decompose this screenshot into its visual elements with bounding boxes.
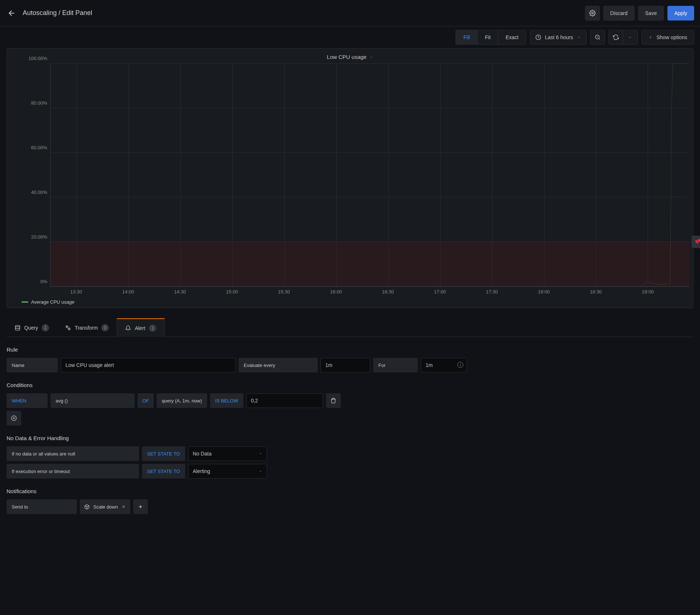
plus-circle-icon bbox=[11, 415, 17, 421]
refresh-interval-button[interactable] bbox=[623, 30, 638, 45]
zoom-out-button[interactable] bbox=[590, 30, 605, 45]
grid-line bbox=[50, 241, 689, 242]
x-tick: 17:00 bbox=[434, 289, 446, 295]
grid-line bbox=[544, 64, 544, 286]
gear-icon bbox=[589, 10, 596, 16]
add-condition-button[interactable] bbox=[7, 411, 21, 425]
back-button[interactable] bbox=[6, 7, 18, 19]
grid-line bbox=[50, 63, 689, 64]
add-notification-button[interactable] bbox=[133, 499, 148, 514]
time-range-label: Last 6 hours bbox=[545, 34, 573, 40]
notifications-section: Notifications Send to Scale down bbox=[7, 488, 693, 514]
tab-transform[interactable]: Transform 0 bbox=[57, 318, 117, 337]
execution-error-label: If execution error or timeout bbox=[7, 464, 139, 479]
discard-button[interactable]: Discard bbox=[603, 6, 635, 20]
transform-icon bbox=[65, 325, 71, 331]
display-mode-fit[interactable]: Fit bbox=[478, 30, 498, 45]
display-mode-fill[interactable]: Fill bbox=[456, 30, 478, 45]
settings-button[interactable] bbox=[585, 6, 600, 20]
show-options-label: Show options bbox=[656, 34, 687, 40]
apply-button[interactable]: Apply bbox=[667, 6, 694, 20]
grid-line bbox=[648, 64, 648, 286]
caret-down-icon bbox=[259, 469, 262, 473]
y-tick: 80.00% bbox=[31, 100, 47, 106]
database-icon bbox=[15, 325, 20, 331]
y-tick: 0% bbox=[40, 279, 47, 284]
grid-line bbox=[50, 286, 689, 286]
condition-when[interactable]: WHEN bbox=[7, 393, 48, 408]
heart-broken-icon bbox=[692, 236, 700, 248]
grid-line bbox=[76, 64, 77, 286]
zoom-out-icon bbox=[595, 34, 600, 40]
trash-icon bbox=[330, 398, 336, 404]
grid-line bbox=[50, 108, 689, 108]
y-tick: 20.00% bbox=[31, 234, 47, 240]
x-tick: 15:30 bbox=[278, 289, 290, 295]
legend[interactable]: Average CPU usage bbox=[11, 299, 689, 305]
editor-header: Autoscaling / Edit Panel Discard Save Ap… bbox=[0, 0, 700, 26]
rule-name-label: Name bbox=[7, 358, 58, 372]
grid-line bbox=[336, 64, 337, 286]
rule-section: Rule Name Evaluate every For i bbox=[7, 346, 693, 372]
no-data-section: No Data & Error Handling If no data or a… bbox=[7, 435, 693, 479]
time-range-picker[interactable]: Last 6 hours bbox=[530, 30, 587, 45]
condition-query[interactable]: query (A, 1m, now) bbox=[157, 393, 207, 408]
grid-line bbox=[440, 64, 441, 286]
no-data-state-select[interactable]: No Data bbox=[188, 446, 267, 461]
delete-condition-button[interactable] bbox=[326, 393, 341, 408]
show-options-button[interactable]: Show options bbox=[641, 30, 694, 45]
threshold-handle[interactable]: 0.2 ⋮⋮ bbox=[692, 236, 700, 248]
grid-line bbox=[50, 197, 689, 197]
chevron-down-icon bbox=[370, 55, 373, 59]
x-tick: 18:00 bbox=[538, 289, 550, 295]
condition-aggregator[interactable]: avg () bbox=[50, 393, 135, 408]
for-label: For bbox=[373, 358, 418, 372]
error-state-select[interactable]: Alerting bbox=[188, 464, 267, 479]
x-tick: 16:00 bbox=[330, 289, 342, 295]
chevron-down-icon bbox=[577, 35, 581, 40]
y-tick: 100.00% bbox=[29, 56, 47, 61]
display-mode-group: Fill Fit Exact bbox=[456, 30, 526, 45]
tab-query[interactable]: Query 1 bbox=[7, 318, 57, 337]
x-tick: 16:30 bbox=[382, 289, 394, 295]
no-data-section-title: No Data & Error Handling bbox=[7, 435, 693, 441]
conditions-section-title: Conditions bbox=[7, 382, 693, 388]
tab-query-label: Query bbox=[24, 325, 38, 331]
grid-line bbox=[232, 64, 233, 286]
y-axis: 0%20.00%40.00%60.00%80.00%100.00% bbox=[11, 64, 50, 287]
x-tick: 14:00 bbox=[122, 289, 134, 295]
refresh-button[interactable] bbox=[609, 30, 623, 45]
plot-area[interactable]: 0.2 ⋮⋮ bbox=[50, 64, 689, 287]
svg-point-3 bbox=[15, 325, 20, 327]
set-state-to-label-2: SET STATE TO bbox=[142, 464, 185, 479]
x-tick: 18:30 bbox=[590, 289, 602, 295]
tab-alert-count: 1 bbox=[149, 325, 156, 332]
save-button[interactable]: Save bbox=[638, 6, 664, 20]
tab-transform-count: 0 bbox=[101, 324, 109, 331]
notifications-section-title: Notifications bbox=[7, 488, 693, 494]
display-mode-exact[interactable]: Exact bbox=[498, 30, 526, 45]
tab-query-count: 1 bbox=[42, 324, 49, 331]
condition-threshold-input[interactable] bbox=[246, 393, 323, 408]
rule-name-input[interactable] bbox=[61, 358, 236, 372]
condition-operator[interactable]: IS BELOW bbox=[210, 393, 243, 408]
panel-title[interactable]: Low CPU usage bbox=[11, 52, 689, 64]
no-data-label: If no data or all values are null bbox=[7, 446, 139, 461]
clock-icon bbox=[535, 34, 541, 40]
notification-channel-label: Scale down bbox=[93, 504, 118, 510]
close-icon[interactable] bbox=[121, 505, 126, 509]
x-tick: 13:30 bbox=[70, 289, 82, 295]
chevron-left-icon bbox=[648, 35, 653, 40]
grid-line bbox=[50, 153, 689, 153]
tab-alert[interactable]: Alert 1 bbox=[117, 318, 165, 337]
x-tick: 17:30 bbox=[486, 289, 498, 295]
condition-of: OF bbox=[138, 393, 154, 408]
plus-icon bbox=[138, 504, 143, 509]
grid-line bbox=[284, 64, 285, 286]
panel-toolbar: Fill Fit Exact Last 6 hours Show options bbox=[0, 26, 700, 48]
evaluate-every-input[interactable] bbox=[321, 358, 370, 372]
info-icon[interactable]: i bbox=[457, 362, 463, 368]
grid-line bbox=[180, 64, 181, 286]
grid-line bbox=[128, 64, 129, 286]
notification-channel-chip[interactable]: Scale down bbox=[80, 499, 130, 514]
